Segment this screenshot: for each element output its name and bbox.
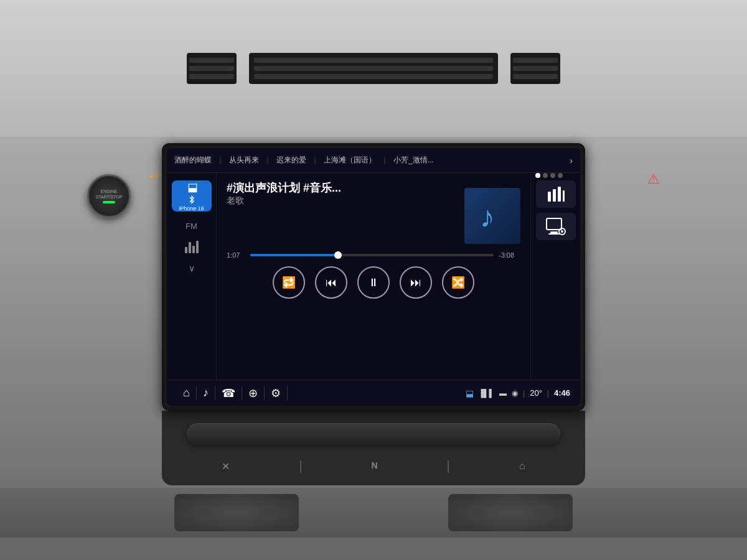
playlist-item-3[interactable]: 迟来的爱 [276,155,306,166]
time-current: 1:07 [227,251,245,259]
center-lower [311,494,436,531]
music-button[interactable]: ♪ [197,386,215,399]
bluetooth-status-icon: ⬓ [466,388,474,398]
music-icon: ♪ [203,386,209,399]
playlist-item-1[interactable]: 酒醉的蝴蝶 [174,155,212,166]
shuffle-button[interactable]: 🔀 [442,266,474,299]
navigation-button[interactable]: ⊕ [242,386,265,400]
album-art: ♪ [464,188,520,244]
repeat-button[interactable]: 🔁 [273,266,305,299]
eq-bar-1 [185,247,187,253]
infotainment-screen: 酒醉的蝴蝶 ｜ 从头再来 ｜ 迟来的爱 ｜ 上海滩（国语） ｜ 小芳_激情...… [167,148,580,406]
playlist-arrow[interactable]: › [570,156,573,166]
svg-rect-4 [563,190,565,202]
next-icon: ⏭ [410,276,421,289]
phone-button[interactable]: ☎ [215,386,242,400]
button-divider-2 [448,460,449,473]
song-title: #演出声浪计划 #音乐... [227,180,454,195]
warning-icon: ⚠ [647,171,660,187]
home-bottom-button[interactable]: ⌂ [519,460,525,473]
svg-rect-6 [550,231,558,233]
clock-display: 4:46 [554,388,570,398]
mute-button[interactable]: ✕ [222,460,230,473]
svg-text:♪: ♪ [480,200,495,233]
dot-4 [558,173,563,178]
dot-3 [550,173,555,178]
settings-button[interactable]: ⚙ [265,386,288,400]
button-divider-1 [300,460,301,473]
progress-fill [250,254,338,256]
source-dropdown[interactable]: ∨ [189,263,195,273]
progress-track[interactable] [250,254,494,256]
settings-icon: ⚙ [271,386,281,400]
equalizer-button[interactable] [185,241,199,253]
screen-bezel: 酒醉的蝴蝶 ｜ 从头再来 ｜ 迟来的爱 ｜ 上海滩（国语） ｜ 小芳_激情...… [162,143,585,411]
next-button[interactable]: ⏭ [400,266,432,299]
iphone-label: iPhone 16 [179,205,204,212]
left-speaker [174,494,299,531]
shuffle-icon: 🔀 [451,276,465,289]
left-sidebar: ⬓ iPhone 16 FM [167,173,217,380]
svg-rect-2 [553,189,556,202]
location-icon: ◉ [512,389,518,398]
dot-1 [535,173,540,178]
playlist-item-5[interactable]: 小芳_激情... [393,155,434,166]
engine-text-line2: START/STOP [95,194,122,200]
eq-bar-3 [192,246,195,253]
home-icon: ⌂ [183,386,190,399]
audio-bars-icon [547,187,565,202]
eq-bar-4 [196,241,199,253]
playlist-bar: 酒醉的蝴蝶 ｜ 从头再来 ｜ 迟来的爱 ｜ 上海滩（国语） ｜ 小芳_激情...… [167,148,580,173]
progress-thumb [334,251,342,259]
output-source-button[interactable] [536,213,576,240]
prev-icon: ⏮ [326,276,337,289]
svg-rect-7 [548,233,560,235]
pause-icon: ⏸ [368,276,379,289]
nav-icon: ⊕ [248,386,258,400]
playlist-item-2[interactable]: 从头再来 [229,155,259,166]
divider-1: | [523,389,525,398]
bluetooth-symbol [186,195,197,204]
home-button[interactable]: ⌂ [177,386,197,399]
fm-source-button[interactable]: FM [186,222,197,231]
svg-point-9 [561,230,563,233]
bluetooth-icon: ⬓ [184,180,198,194]
eq-bar-2 [189,242,191,253]
repeat-icon: 🔁 [282,276,296,289]
status-bar: ⌂ ♪ ☎ ⊕ ⚙ ⬓ ▐▌▌ [167,380,580,406]
music-note-icon: ♪ [477,199,508,233]
pause-button[interactable]: ⏸ [357,266,390,299]
touch-strip[interactable] [187,423,560,445]
top-vent-section [0,0,747,137]
nfc-button[interactable]: N [372,460,378,473]
lower-console [0,488,747,538]
cast-icon [546,218,566,235]
audio-settings-button[interactable] [536,180,576,208]
playback-controls: 🔁 ⏮ ⏸ ⏭ 🔀 [227,266,520,299]
song-top-row: #演出声浪计划 #音乐... 老歌 ♪ [227,180,520,244]
status-icons-right: ⬓ ▐▌▌ ▬ ◉ | 20° | 4:46 [466,388,570,398]
bluetooth-source-button[interactable]: ⬓ iPhone 16 [172,180,212,212]
bottom-console: ✕ N ⌂ [162,411,585,485]
time-remaining: -3:08 [499,251,520,259]
dot-2 [543,173,548,178]
signal-bars: ▐▌▌ [479,389,495,398]
main-content: ⬓ iPhone 16 FM [167,173,580,380]
progress-container[interactable]: 1:07 -3:08 [227,251,520,259]
previous-button[interactable]: ⏮ [315,266,347,299]
page-dots [535,173,563,178]
playlist-item-4[interactable]: 上海滩（国语） [324,155,376,166]
music-info-area: #演出声浪计划 #音乐... 老歌 ♪ [217,173,530,380]
dashboard: ENGINE START/STOP ● P▲ ⚠ 酒醉的蝴蝶 ｜ 从头再来 ｜ [0,0,747,560]
svg-rect-3 [558,187,561,202]
center-console: ENGINE START/STOP ● P▲ ⚠ 酒醉的蝴蝶 ｜ 从头再来 ｜ [0,137,747,560]
divider-2: | [547,389,549,398]
bottom-buttons: ✕ N ⌂ [187,460,560,473]
engine-start-button[interactable]: ENGINE START/STOP [87,174,131,218]
fm-label: FM [186,222,197,231]
engine-status-light [103,201,115,203]
right-panel [530,173,580,380]
temperature-display: 20° [530,388,542,398]
battery-icon: ▬ [499,389,507,398]
song-text-area: #演出声浪计划 #音乐... 老歌 [227,180,454,207]
